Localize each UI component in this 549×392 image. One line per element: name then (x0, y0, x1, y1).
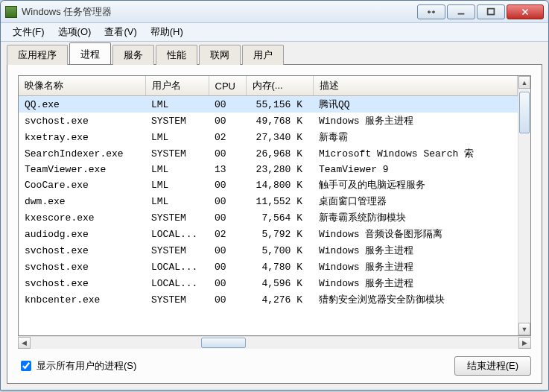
table-row[interactable]: SearchIndexer.exeSYSTEM0026,968 KMicroso… (19, 145, 518, 162)
titlebar[interactable]: Windows 任务管理器 (1, 1, 548, 23)
process-cpu: 00 (209, 177, 246, 193)
process-name: svchost.exe (19, 113, 145, 129)
tab-applications[interactable]: 应用程序 (7, 45, 68, 65)
col-image-name[interactable]: 映像名称 (19, 76, 145, 96)
maximize-button[interactable] (477, 4, 505, 19)
col-cpu[interactable]: CPU (209, 76, 246, 96)
table-row[interactable]: audiodg.exeLOCAL...025,792 KWindows 音频设备… (19, 226, 518, 242)
process-name: svchost.exe (19, 242, 145, 259)
process-name: CooCare.exe (19, 177, 145, 193)
process-memory: 4,596 K (246, 275, 313, 291)
close-button[interactable] (507, 4, 544, 19)
col-user-name[interactable]: 用户名 (145, 76, 209, 96)
app-icon (5, 6, 17, 18)
process-description: 腾讯QQ (313, 96, 518, 113)
process-name: svchost.exe (19, 259, 145, 275)
table-row[interactable]: svchost.exeLOCAL...004,596 KWindows 服务主进… (19, 275, 518, 291)
process-memory: 26,968 K (246, 145, 313, 162)
processes-panel: 映像名称 用户名 CPU 内存(... 描述 QQ.exeLML0055,156… (7, 64, 542, 384)
scroll-left-button[interactable]: ◀ (18, 337, 31, 349)
process-user: SYSTEM (145, 209, 209, 226)
process-name: svchost.exe (19, 275, 145, 291)
process-cpu: 02 (209, 129, 246, 145)
scroll-down-button[interactable]: ▼ (518, 323, 530, 335)
table-row[interactable]: svchost.exeSYSTEM005,700 KWindows 服务主进程 (19, 242, 518, 259)
process-memory: 4,780 K (246, 259, 313, 275)
process-cpu: 00 (209, 96, 246, 113)
process-cpu: 00 (209, 193, 246, 209)
process-description: 触手可及的电脑远程服务 (313, 177, 518, 193)
process-user: LML (145, 162, 209, 177)
process-description: Microsoft Windows Search 索 (313, 145, 518, 162)
process-cpu: 00 (209, 291, 246, 308)
process-name: kxetray.exe (19, 129, 145, 145)
minimize-button[interactable] (447, 4, 475, 19)
table-row[interactable]: dwm.exeLML0011,552 K桌面窗口管理器 (19, 193, 518, 209)
bottom-bar: 显示所有用户的进程(S) 结束进程(E) (18, 349, 531, 376)
process-memory: 49,768 K (246, 113, 313, 129)
table-row[interactable]: CooCare.exeLML0014,800 K触手可及的电脑远程服务 (19, 177, 518, 193)
tab-users[interactable]: 用户 (242, 45, 284, 65)
process-description: 新毒霸 (313, 129, 518, 145)
menu-file[interactable]: 文件(F) (7, 24, 51, 40)
horizontal-scrollbar[interactable]: ◀ ▶ (18, 336, 531, 349)
process-cpu: 00 (209, 209, 246, 226)
process-memory: 4,276 K (246, 291, 313, 308)
process-description: Windows 服务主进程 (313, 242, 518, 259)
process-user: LML (145, 129, 209, 145)
menu-options[interactable]: 选项(O) (52, 24, 98, 40)
col-description[interactable]: 描述 (313, 76, 518, 96)
close-icon (520, 7, 530, 17)
menu-view[interactable]: 查看(V) (98, 24, 142, 40)
scroll-up-button[interactable]: ▲ (518, 76, 530, 89)
table-row[interactable]: svchost.exeLOCAL...004,780 KWindows 服务主进… (19, 259, 518, 275)
restore-icon (426, 7, 437, 17)
process-user: SYSTEM (145, 291, 209, 308)
tab-services[interactable]: 服务 (112, 45, 154, 65)
vertical-scrollbar[interactable]: ▲ ▼ (518, 76, 530, 335)
window-title: Windows 任务管理器 (22, 5, 112, 19)
table-row[interactable]: QQ.exeLML0055,156 K腾讯QQ (19, 96, 518, 113)
hscroll-track[interactable] (31, 337, 518, 349)
chevron-right-icon: ▶ (522, 339, 527, 347)
process-name: SearchIndexer.exe (19, 145, 145, 162)
process-user: LML (145, 96, 209, 113)
chevron-down-icon: ▼ (521, 326, 528, 333)
process-user: LML (145, 193, 209, 209)
process-description: Windows 服务主进程 (313, 275, 518, 291)
table-row[interactable]: kxetray.exeLML0227,340 K新毒霸 (19, 129, 518, 145)
tab-processes[interactable]: 进程 (69, 42, 111, 64)
col-memory[interactable]: 内存(... (246, 76, 313, 96)
process-memory: 23,280 K (246, 162, 313, 177)
column-headers: 映像名称 用户名 CPU 内存(... 描述 (19, 76, 518, 96)
process-user: LML (145, 177, 209, 193)
menu-help[interactable]: 帮助(H) (145, 24, 189, 40)
process-description: Windows 服务主进程 (313, 113, 518, 129)
tabbar: 应用程序 进程 服务 性能 联网 用户 (7, 45, 542, 64)
show-all-users-checkbox[interactable]: 显示所有用户的进程(S) (18, 358, 136, 373)
process-cpu: 00 (209, 259, 246, 275)
scroll-right-button[interactable]: ▶ (518, 337, 531, 349)
process-name: TeamViewer.exe (19, 162, 145, 177)
tab-networking[interactable]: 联网 (199, 45, 241, 65)
end-process-button[interactable]: 结束进程(E) (454, 356, 531, 376)
hscroll-thumb[interactable] (201, 338, 246, 348)
table-row[interactable]: svchost.exeSYSTEM0049,768 KWindows 服务主进程 (19, 113, 518, 129)
process-user: SYSTEM (145, 145, 209, 162)
process-cpu: 00 (209, 242, 246, 259)
process-list[interactable]: 映像名称 用户名 CPU 内存(... 描述 QQ.exeLML0055,156… (19, 76, 518, 335)
restore-button[interactable] (417, 4, 445, 19)
table-row[interactable]: kxescore.exeSYSTEM007,564 K新毒霸系统防御模块 (19, 209, 518, 226)
table-row[interactable]: TeamViewer.exeLML1323,280 KTeamViewer 9 (19, 162, 518, 177)
process-description: 桌面窗口管理器 (313, 193, 518, 209)
show-all-users-label: 显示所有用户的进程(S) (37, 359, 136, 373)
scroll-track[interactable] (518, 89, 530, 323)
tab-performance[interactable]: 性能 (156, 45, 197, 65)
svg-rect-0 (458, 13, 465, 14)
svg-rect-1 (488, 8, 495, 14)
scroll-thumb[interactable] (519, 92, 530, 133)
menubar: 文件(F) 选项(O) 查看(V) 帮助(H) (1, 23, 548, 41)
process-description: 猎豹安全浏览器安全防御模块 (313, 291, 518, 308)
table-row[interactable]: knbcenter.exeSYSTEM004,276 K猎豹安全浏览器安全防御模… (19, 291, 518, 308)
show-all-users-input[interactable] (21, 361, 31, 371)
